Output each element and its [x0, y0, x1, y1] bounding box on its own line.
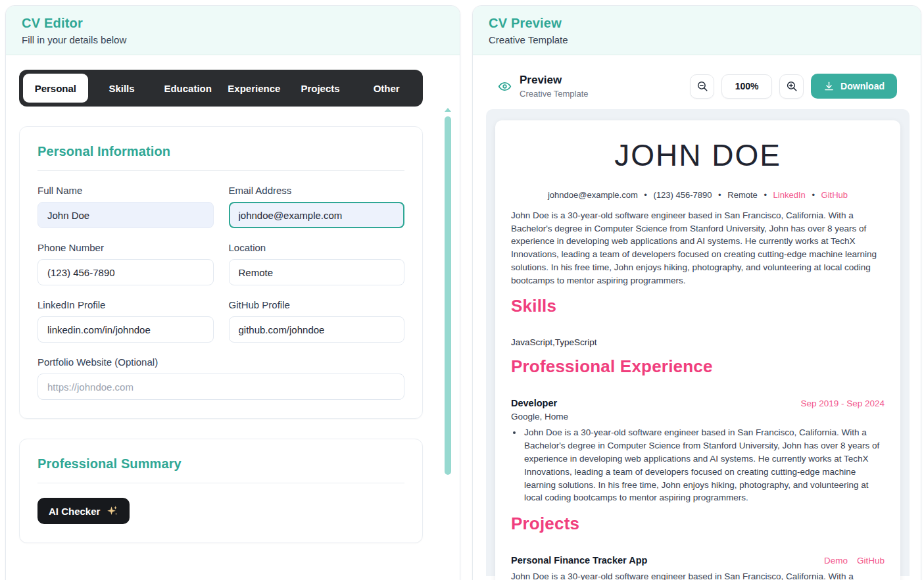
cv-project-name: Personal Finance Tracker App: [511, 555, 647, 566]
eye-icon: [498, 80, 512, 93]
bullet-separator: •: [644, 190, 647, 200]
location-label: Location: [229, 242, 405, 253]
personal-information-title: Personal Information: [37, 144, 404, 159]
bullet-separator: •: [718, 190, 721, 200]
preview-body: Preview Creative Template 100%: [473, 55, 921, 580]
cv-project-github-link[interactable]: GitHub: [857, 556, 885, 566]
scroll-up-arrow-icon[interactable]: [445, 108, 451, 112]
editor-scrollbar[interactable]: [445, 108, 451, 580]
cv-editor-panel: CV Editor Fill in your details below Per…: [5, 5, 460, 580]
cv-contact-email: johndoe@example.com: [548, 190, 638, 200]
professional-summary-card: Professional Summary AI Checker: [19, 439, 423, 543]
github-field-group: GitHub Profile: [229, 299, 405, 343]
cv-project-description: John Doe is a 30-year-old software engin…: [511, 570, 885, 580]
cv-experience-heading: Professional Experience: [511, 356, 885, 377]
location-field-group: Location: [229, 242, 405, 285]
cv-project-item-header: Personal Finance Tracker App Demo GitHub: [511, 555, 885, 566]
full-name-label: Full Name: [37, 185, 214, 196]
tab-projects[interactable]: Projects: [288, 74, 353, 103]
cv-skills-heading: Skills: [511, 296, 885, 316]
section-divider: [37, 170, 404, 171]
linkedin-input[interactable]: [37, 316, 214, 343]
phone-label: Phone Number: [37, 242, 214, 253]
bullet-separator: •: [764, 190, 767, 200]
download-icon: [823, 81, 835, 92]
personal-information-card: Personal Information Full Name Email Add…: [19, 126, 423, 419]
cv-experience-item: Developer Sep 2019 - Sep 2024 Google, Ho…: [511, 398, 885, 504]
cv-preview-panel: CV Preview Creative Template Preview Cre…: [472, 5, 921, 580]
preview-subtitle: Creative Template: [489, 34, 905, 45]
zoom-out-icon: [696, 80, 708, 92]
editor-title: CV Editor: [22, 16, 444, 31]
cv-github-link[interactable]: GitHub: [821, 190, 848, 200]
portfolio-input[interactable]: [37, 374, 404, 400]
cv-linkedin-link[interactable]: LinkedIn: [773, 190, 806, 200]
preview-toolbar-right: 100%: [690, 74, 897, 99]
cv-contact-location: Remote: [727, 190, 758, 200]
cv-name: JOHN DOE: [511, 137, 885, 173]
cv-summary-paragraph: John Doe is a 30-year-old software engin…: [511, 209, 885, 287]
cv-experience-bullets: John Doe is a 30-year-old software engin…: [523, 426, 885, 504]
editor-header: CV Editor Fill in your details below: [6, 6, 460, 55]
phone-input[interactable]: [37, 259, 214, 285]
portfolio-label: Portfolio Website (Optional): [37, 356, 404, 368]
email-input[interactable]: [229, 202, 405, 228]
zoom-out-button[interactable]: [690, 74, 714, 99]
download-button[interactable]: Download: [811, 74, 897, 99]
github-label: GitHub Profile: [229, 299, 405, 310]
ai-checker-label: AI Checker: [49, 506, 100, 517]
cv-experience-bullet: John Doe is a 30-year-old software engin…: [523, 426, 885, 504]
cv-experience-item-header: Developer Sep 2019 - Sep 2024: [511, 398, 885, 408]
cv-contact-line: johndoe@example.com • (123) 456-7890 • R…: [511, 190, 885, 200]
zoom-level-display: 100%: [721, 74, 772, 99]
editor-tabs: Personal Skills Education Experience Pro…: [19, 70, 423, 107]
linkedin-label: LinkedIn Profile: [37, 299, 214, 310]
editor-subtitle: Fill in your details below: [22, 34, 444, 45]
full-name-input[interactable]: [37, 202, 214, 228]
preview-toolbar-left: Preview Creative Template: [498, 74, 589, 99]
cv-project-item: Personal Finance Tracker App Demo GitHub…: [511, 555, 885, 580]
location-input[interactable]: [229, 259, 405, 285]
editor-body: Personal Skills Education Experience Pro…: [6, 55, 460, 580]
preview-heading: Preview: [520, 74, 589, 87]
ai-checker-button[interactable]: AI Checker: [37, 498, 130, 524]
email-field-group: Email Address: [229, 185, 405, 228]
download-label: Download: [840, 81, 885, 91]
preview-template-name: Creative Template: [520, 89, 589, 99]
linkedin-field-group: LinkedIn Profile: [37, 299, 214, 343]
cv-project-links: Demo GitHub: [824, 556, 885, 566]
preview-toolbar-titles: Preview Creative Template: [520, 74, 589, 99]
cv-experience-role: Developer: [511, 398, 557, 408]
portfolio-field-group: Portfolio Website (Optional): [37, 356, 404, 400]
cv-projects-heading: Projects: [511, 514, 885, 534]
full-name-field-group: Full Name: [37, 185, 214, 228]
personal-form: Full Name Email Address Phone Number Loc…: [37, 185, 404, 400]
preview-canvas: JOHN DOE johndoe@example.com • (123) 456…: [486, 109, 910, 576]
preview-toolbar: Preview Creative Template 100%: [473, 74, 921, 99]
zoom-in-icon: [786, 80, 798, 92]
cv-skills-text: JavaScript,TypeScript: [511, 337, 885, 347]
zoom-in-button[interactable]: [779, 74, 804, 99]
cv-contact-phone: (123) 456-7890: [654, 190, 712, 200]
cv-project-demo-link[interactable]: Demo: [824, 556, 848, 566]
phone-field-group: Phone Number: [37, 242, 214, 285]
github-input[interactable]: [229, 316, 405, 343]
preview-header: CV Preview Creative Template: [473, 6, 921, 55]
section-divider: [37, 483, 404, 483]
tab-other[interactable]: Other: [354, 74, 419, 103]
cv-experience-dates: Sep 2019 - Sep 2024: [800, 399, 885, 408]
cv-page: JOHN DOE johndoe@example.com • (123) 456…: [495, 120, 900, 580]
preview-title: CV Preview: [489, 16, 905, 31]
sparkles-icon: [107, 505, 118, 517]
tab-personal[interactable]: Personal: [23, 74, 88, 103]
professional-summary-title: Professional Summary: [37, 456, 404, 471]
tab-skills[interactable]: Skills: [89, 74, 155, 103]
tab-education[interactable]: Education: [155, 74, 220, 103]
scrollbar-thumb[interactable]: [445, 116, 451, 475]
cv-experience-company: Google, Home: [511, 412, 885, 422]
bullet-separator: •: [812, 190, 815, 200]
email-label: Email Address: [229, 185, 405, 196]
tab-experience[interactable]: Experience: [222, 74, 287, 103]
